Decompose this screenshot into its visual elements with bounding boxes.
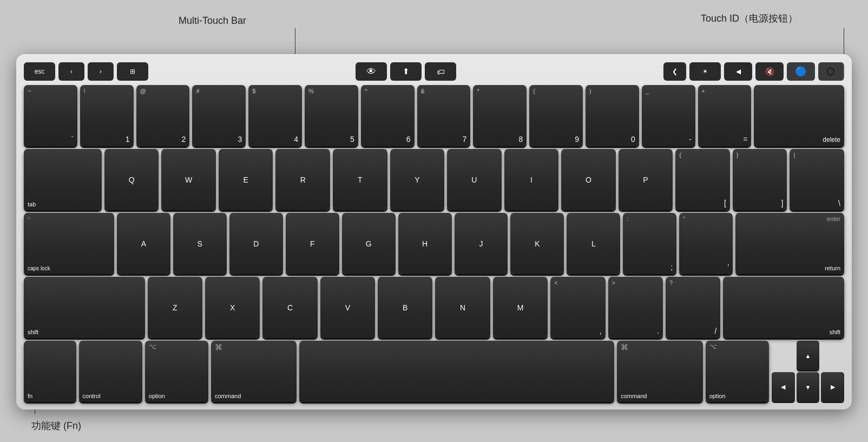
key-rbracket[interactable]: } ] bbox=[733, 149, 787, 210]
key-n[interactable]: N bbox=[435, 277, 490, 338]
touch-id-key[interactable]: ⬡ bbox=[818, 62, 844, 81]
key-h[interactable]: H bbox=[398, 213, 452, 274]
keyboard: esc ‹ › ⊞ 👁 ⬆ 🏷 ❮ ✶ ◀ 🔇 bbox=[16, 54, 852, 410]
key-c[interactable]: C bbox=[262, 277, 317, 338]
mute-key[interactable]: 🔇 bbox=[755, 62, 784, 81]
key-enter[interactable]: enter return bbox=[735, 213, 844, 274]
back-key[interactable]: ‹ bbox=[58, 62, 84, 81]
siri-key[interactable]: 🔵 bbox=[787, 62, 815, 81]
key-0[interactable]: ) 0 bbox=[586, 85, 639, 146]
key-z[interactable]: Z bbox=[148, 277, 202, 338]
key-p[interactable]: P bbox=[619, 149, 673, 210]
qwerty-row: tab Q W E R T Y U I O P { [ } ] | \ bbox=[24, 149, 844, 210]
key-spacebar[interactable] bbox=[299, 341, 614, 402]
key-option-right[interactable]: option bbox=[706, 341, 769, 402]
key-option-left[interactable]: option bbox=[145, 341, 208, 402]
key-quote[interactable]: " ' bbox=[679, 213, 733, 274]
key-shift-right[interactable]: shift bbox=[723, 277, 844, 338]
chevron-left-key[interactable]: ❮ bbox=[663, 62, 686, 81]
key-j[interactable]: J bbox=[455, 213, 508, 274]
key-s[interactable]: S bbox=[173, 213, 227, 274]
key-x[interactable]: X bbox=[205, 277, 260, 338]
arrow-key-spacer-right bbox=[821, 341, 844, 370]
key-i[interactable]: I bbox=[504, 149, 559, 210]
key-u[interactable]: U bbox=[447, 149, 502, 210]
key-arrow-left[interactable]: ◀ bbox=[772, 372, 795, 402]
eye-key[interactable]: 👁 bbox=[356, 62, 387, 81]
bottom-row: fn control option command command option… bbox=[24, 341, 844, 402]
esc-label: esc bbox=[35, 68, 45, 75]
key-command-right[interactable]: command bbox=[617, 341, 703, 402]
forward-key[interactable]: › bbox=[88, 62, 114, 81]
key-semicolon[interactable]: : ; bbox=[623, 213, 676, 274]
key-lbracket[interactable]: { [ bbox=[675, 149, 730, 210]
key-1[interactable]: ! 1 bbox=[80, 85, 134, 146]
volume-icon: ◀ bbox=[736, 68, 741, 75]
key-2[interactable]: @ 2 bbox=[136, 85, 190, 146]
key-shift-left[interactable]: shift bbox=[24, 277, 145, 338]
key-m[interactable]: M bbox=[493, 277, 548, 338]
brightness-icon: ✶ bbox=[702, 68, 708, 75]
grid-icon: ⊞ bbox=[130, 68, 135, 75]
siri-icon: 🔵 bbox=[795, 66, 807, 77]
key-o[interactable]: O bbox=[561, 149, 616, 210]
key-d[interactable]: D bbox=[229, 213, 283, 274]
share-key[interactable]: ⬆ bbox=[390, 62, 422, 81]
key-w[interactable]: W bbox=[161, 149, 216, 210]
brightness-key[interactable]: ✶ bbox=[689, 62, 721, 81]
key-arrow-right[interactable]: ▶ bbox=[821, 372, 844, 402]
key-t[interactable]: T bbox=[333, 149, 387, 210]
key-fn[interactable]: fn bbox=[24, 341, 76, 402]
key-a[interactable]: A bbox=[117, 213, 170, 274]
key-slash[interactable]: ? / bbox=[666, 277, 720, 338]
key-y[interactable]: Y bbox=[390, 149, 445, 210]
share-icon: ⬆ bbox=[403, 67, 410, 76]
key-tilde[interactable]: ~ ` bbox=[24, 85, 77, 146]
arrow-key-spacer-left bbox=[772, 341, 795, 370]
key-8[interactable]: * 8 bbox=[473, 85, 527, 146]
touch-bar: esc ‹ › ⊞ 👁 ⬆ 🏷 ❮ ✶ ◀ 🔇 bbox=[24, 61, 844, 82]
key-k[interactable]: K bbox=[510, 213, 564, 274]
key-tab[interactable]: tab bbox=[24, 149, 102, 210]
key-arrow-up[interactable]: ▲ bbox=[797, 341, 820, 370]
key-b[interactable]: B bbox=[378, 277, 432, 338]
arrow-top-row: ▲ bbox=[772, 341, 844, 370]
key-period[interactable]: > . bbox=[608, 277, 663, 338]
key-e[interactable]: E bbox=[219, 149, 273, 210]
key-9[interactable]: ( 9 bbox=[529, 85, 583, 146]
tag-icon: 🏷 bbox=[437, 67, 445, 76]
key-3[interactable]: # 3 bbox=[192, 85, 246, 146]
key-minus[interactable]: _ - bbox=[642, 85, 695, 146]
key-4[interactable]: $ 4 bbox=[248, 85, 302, 146]
tag-key[interactable]: 🏷 bbox=[425, 62, 456, 81]
forward-icon: › bbox=[100, 68, 102, 75]
touch-id-label: Touch ID（电源按钮） bbox=[701, 12, 798, 25]
key-5[interactable]: % 5 bbox=[305, 85, 358, 146]
fn-key-label: 功能键 (Fn) bbox=[31, 419, 81, 432]
key-v[interactable]: V bbox=[320, 277, 375, 338]
key-equals[interactable]: + = bbox=[698, 85, 752, 146]
key-delete[interactable]: delete bbox=[754, 85, 844, 146]
volume-key[interactable]: ◀ bbox=[724, 62, 752, 81]
key-control[interactable]: control bbox=[79, 341, 142, 402]
key-f[interactable]: F bbox=[286, 213, 339, 274]
arrow-key-cluster: ▲ ◀ ▼ ▶ bbox=[772, 341, 844, 402]
key-command-left[interactable]: command bbox=[211, 341, 297, 402]
key-arrow-down[interactable]: ▼ bbox=[797, 372, 820, 402]
key-7[interactable]: & 7 bbox=[417, 85, 471, 146]
caps-lock-indicator bbox=[28, 217, 30, 219]
key-backslash[interactable]: | \ bbox=[790, 149, 844, 210]
number-row: ~ ` ! 1 @ 2 # 3 $ 4 % 5 ^ 6 & 7 bbox=[24, 85, 844, 146]
key-q[interactable]: Q bbox=[104, 149, 159, 210]
key-g[interactable]: G bbox=[342, 213, 396, 274]
key-l[interactable]: L bbox=[567, 213, 620, 274]
grid-key[interactable]: ⊞ bbox=[117, 62, 148, 81]
key-caps-lock[interactable]: caps lock bbox=[24, 213, 114, 274]
key-6[interactable]: ^ 6 bbox=[361, 85, 415, 146]
esc-key[interactable]: esc bbox=[24, 62, 55, 81]
key-comma[interactable]: < , bbox=[550, 277, 605, 338]
key-r[interactable]: R bbox=[275, 149, 330, 210]
multi-touch-bar-label: Multi-Touch Bar bbox=[179, 15, 246, 27]
chevron-left-icon: ❮ bbox=[672, 68, 678, 75]
eye-icon: 👁 bbox=[366, 66, 376, 77]
